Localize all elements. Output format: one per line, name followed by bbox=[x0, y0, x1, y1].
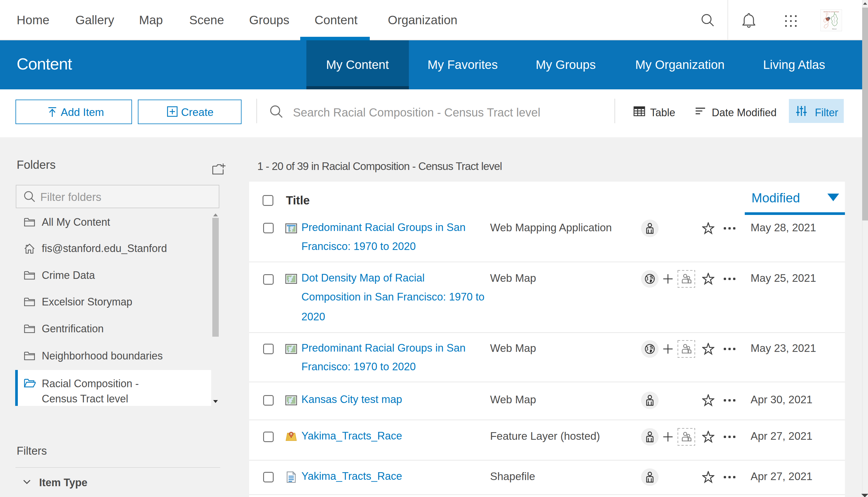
svg-text:stanford & surroundings: stanford & surroundings bbox=[823, 11, 839, 13]
svg-text:Mercer: Mercer bbox=[832, 28, 837, 30]
